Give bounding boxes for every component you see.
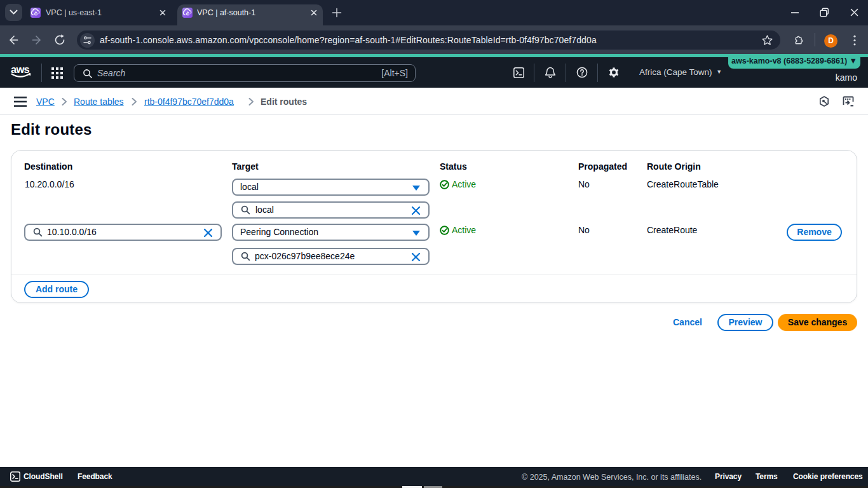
svg-text:aws: aws — [11, 64, 29, 75]
